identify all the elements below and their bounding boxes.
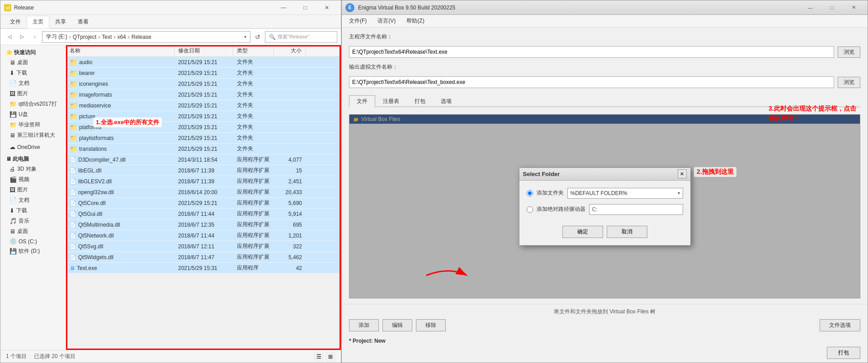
back-button[interactable]: ◁: [4, 32, 15, 42]
table-row[interactable]: 🖥 Text.exe 2021/5/29 15:31 应用程序 42: [66, 263, 341, 274]
table-row[interactable]: 📄 Qt5Gui.dll 2018/6/7 11:44 应用程序扩展 5,914: [66, 209, 341, 219]
sidebar-item-computer-group[interactable]: 🖥第三组计算机大: [0, 130, 66, 140]
enigma-menu: 文件(F) 语言(V) 帮助(Z): [342, 15, 868, 28]
remove-button[interactable]: 移除: [416, 319, 446, 331]
table-row[interactable]: 📄 Qt5Multimedia.dll 2018/6/7 12:35 应用程序扩…: [66, 219, 341, 230]
file-name-cell: 📁 playlistformats: [66, 133, 175, 143]
sidebar-quick-access-header[interactable]: ⭐ 快速访问: [0, 47, 66, 57]
file-options-button[interactable]: 文件选项: [820, 319, 860, 331]
file-size-cell: [274, 137, 306, 140]
path-segment-drive: 学习 (E:): [46, 33, 67, 41]
col-header-size[interactable]: 大小: [274, 45, 306, 56]
sidebar-item-video[interactable]: 🎬视频: [0, 174, 66, 185]
search-box[interactable]: 🔍 搜索"Release": [265, 31, 337, 43]
enigma-tabs: 文件 注册表 打包 选项: [349, 95, 860, 107]
cancel-button[interactable]: 取消: [607, 226, 647, 238]
icons-view-button[interactable]: ⊞: [326, 352, 335, 362]
table-row[interactable]: 📄 opengl32sw.dll 2016/6/14 20:00 应用程序扩展 …: [66, 187, 341, 198]
main-exe-browse-button[interactable]: 浏览: [838, 47, 860, 58]
file-list-header: 名称 修改日期 类型 大小: [66, 45, 341, 57]
ribbon-tab-share[interactable]: 共享: [49, 16, 72, 28]
table-row[interactable]: 📁 iconengines 2021/5/29 15:21 文件夹: [66, 79, 341, 89]
forward-button[interactable]: ▷: [17, 32, 28, 42]
menu-help[interactable]: 帮助(Z): [403, 16, 428, 26]
tab-files[interactable]: 文件: [349, 95, 375, 107]
address-path[interactable]: 学习 (E:) › QTproject › Text › x64 › Relea…: [42, 31, 250, 43]
minimize-button[interactable]: —: [273, 0, 294, 15]
edit-button[interactable]: 编辑: [382, 319, 412, 331]
col-header-date[interactable]: 修改日期: [175, 45, 233, 56]
table-row[interactable]: 📄 libGLESV2.dll 2018/6/7 11:39 应用程序扩展 2,…: [66, 176, 341, 187]
sidebar-item-documents2[interactable]: 📄文档: [0, 195, 66, 205]
sidebar-item-music[interactable]: 🎵音乐: [0, 216, 66, 226]
sidebar-item-desktop[interactable]: 🖥桌面: [0, 57, 66, 68]
up-button[interactable]: ↑: [29, 32, 40, 42]
file-type-cell: 应用程序扩展: [233, 198, 274, 208]
enigma-close-button[interactable]: ✕: [843, 1, 864, 14]
table-row[interactable]: 📁 bearer 2021/5/29 15:21 文件夹: [66, 68, 341, 79]
refresh-button[interactable]: ↺: [252, 32, 263, 42]
details-view-button[interactable]: ☰: [314, 352, 324, 362]
dll-icon: 📄: [70, 200, 76, 206]
main-exe-input[interactable]: [349, 46, 834, 58]
sidebar-item-downloads2[interactable]: ⬇下载: [0, 205, 66, 216]
table-row[interactable]: 📁 mediaservice 2021/5/29 15:21 文件夹: [66, 100, 341, 111]
tab-pack[interactable]: 打包: [407, 95, 433, 107]
table-row[interactable]: 📄 Qt5Core.dll 2021/5/29 15:21 应用程序扩展 5,6…: [66, 198, 341, 209]
table-row[interactable]: 📄 Qt5Svg.dll 2018/6/7 12:11 应用程序扩展 322: [66, 241, 341, 252]
col-header-type[interactable]: 类型: [233, 45, 274, 56]
output-input[interactable]: [349, 76, 834, 88]
sidebar-item-qt[interactable]: 📁qt结合vs2017打: [0, 99, 66, 109]
pack-button[interactable]: 打包: [827, 347, 860, 359]
sidebar-item-onedrive[interactable]: ☁OneDrive: [0, 142, 66, 152]
enigma-maximize-button[interactable]: □: [821, 1, 842, 14]
sidebar-item-desktop2[interactable]: 🖥桌面: [0, 226, 66, 237]
sidebar-item-pictures[interactable]: 🖼图片: [0, 88, 66, 99]
enigma-minimize-button[interactable]: —: [800, 1, 821, 14]
table-row[interactable]: 📄 Qt5Network.dll 2018/6/7 11:44 应用程序扩展 1…: [66, 230, 341, 241]
col-header-name[interactable]: 名称: [66, 45, 175, 56]
file-name: platforms: [79, 124, 101, 130]
sidebar-item-c-drive[interactable]: 💿OS (C:): [0, 237, 66, 246]
sidebar-item-udisk[interactable]: 💾U盘: [0, 109, 66, 120]
folder-select-dropdown[interactable]: %DEFAULT FOLDER% ▾: [567, 188, 683, 199]
table-row[interactable]: 📁 translations 2021/5/29 15:21 文件夹: [66, 144, 341, 154]
table-row[interactable]: 📁 playlistformats 2021/5/29 15:21 文件夹: [66, 133, 341, 144]
tab-options[interactable]: 选项: [433, 95, 459, 107]
ribbon-tab-file[interactable]: 文件: [4, 16, 27, 28]
path-input[interactable]: [589, 204, 683, 215]
sidebar-item-3d[interactable]: 🖨3D 对象: [0, 164, 66, 174]
add-absolute-radio[interactable]: [527, 206, 533, 213]
dll-icon: 📄: [70, 243, 76, 250]
main-exe-label: 主程序文件名称：: [349, 33, 392, 41]
table-row[interactable]: 📁 imageformats 2021/5/29 15:21 文件夹: [66, 89, 341, 100]
ribbon-tab-home[interactable]: 主页: [27, 16, 49, 28]
close-button[interactable]: ✕: [316, 0, 337, 15]
table-row[interactable]: 📄 Qt5Widgets.dll 2018/6/7 11:47 应用程序扩展 5…: [66, 252, 341, 263]
sidebar-item-graduation[interactable]: 📁毕业答辩: [0, 120, 66, 130]
main-exe-row: 主程序文件名称：: [349, 33, 860, 41]
table-row[interactable]: 📄 libEGL.dll 2018/6/7 11:39 应用程序扩展 15: [66, 165, 341, 176]
dialog-close-button[interactable]: ✕: [678, 169, 687, 178]
table-row[interactable]: 📄 D3Dcompiler_47.dll 2014/3/11 18:54 应用程…: [66, 154, 341, 165]
menu-file[interactable]: 文件(F): [345, 16, 370, 26]
output-browse-button[interactable]: 浏览: [838, 77, 860, 88]
menu-language[interactable]: 语言(V): [374, 16, 399, 26]
table-row[interactable]: 📁 platforms 2021/5/29 15:21 文件夹: [66, 122, 341, 133]
sidebar-this-pc-header[interactable]: 🖥 此电脑: [0, 154, 66, 164]
table-row[interactable]: 📁 audio 2021/5/29 15:21 文件夹: [66, 57, 341, 68]
file-name-cell: 📁 audio: [66, 57, 175, 67]
sidebar-item-pictures2[interactable]: 🖼图片: [0, 185, 66, 195]
sidebar-item-documents[interactable]: 📄文档: [0, 78, 66, 88]
add-button[interactable]: 添加: [349, 319, 379, 331]
sidebar-item-downloads[interactable]: ⬇下载: [0, 68, 66, 78]
sidebar-item-d-drive[interactable]: 💾软件 (D:): [0, 246, 66, 256]
tab-registry[interactable]: 注册表: [375, 95, 407, 107]
folder-icon: 📁: [70, 135, 77, 142]
confirm-button[interactable]: 确定: [562, 226, 603, 238]
maximize-button[interactable]: □: [295, 0, 316, 15]
ribbon-tab-view[interactable]: 查看: [72, 16, 94, 28]
file-size-cell: [274, 72, 306, 74]
table-row[interactable]: 📁 picture 2021/5/29 15:21 文件夹: [66, 111, 341, 122]
add-folder-radio[interactable]: [527, 190, 533, 196]
